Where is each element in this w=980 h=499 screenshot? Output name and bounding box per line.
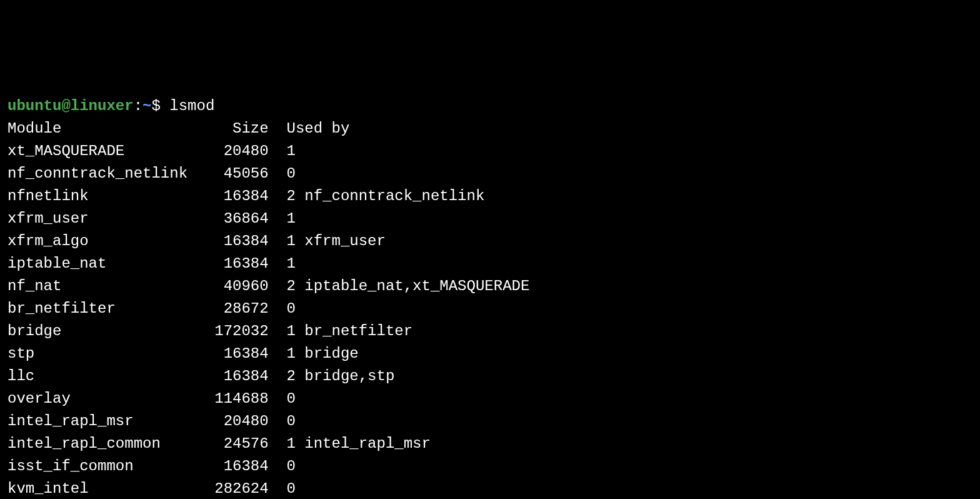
terminal-output[interactable]: ubuntu@linuxer:~$ lsmodModule Size Used …: [8, 95, 972, 499]
module-row: nfnetlink 16384 2 nf_conntrack_netlink: [8, 185, 972, 208]
module-row: xfrm_algo 16384 1 xfrm_user: [8, 230, 972, 253]
module-row: stp 16384 1 bridge: [8, 343, 972, 365]
module-row: kvm_intel 282624 0: [8, 478, 972, 499]
module-row: intel_rapl_common 24576 1 intel_rapl_msr: [8, 433, 972, 455]
prompt-path: ~: [142, 98, 151, 114]
module-row: nf_nat 40960 2 iptable_nat,xt_MASQUERADE: [8, 275, 972, 298]
module-row: xfrm_user 36864 1: [8, 208, 972, 230]
prompt-line: ubuntu@linuxer:~$ lsmod: [8, 95, 972, 118]
header-row: Module Size Used by: [8, 118, 972, 140]
module-row: intel_rapl_msr 20480 0: [8, 410, 972, 433]
prompt-dollar: $: [151, 98, 160, 114]
module-row: bridge 172032 1 br_netfilter: [8, 320, 972, 343]
prompt-user: ubuntu@linuxer: [8, 98, 134, 114]
module-row: iptable_nat 16384 1: [8, 253, 972, 275]
module-row: br_netfilter 28672 0: [8, 298, 972, 320]
module-row: nf_conntrack_netlink 45056 0: [8, 163, 972, 185]
module-row: xt_MASQUERADE 20480 1: [8, 140, 972, 163]
module-row: overlay 114688 0: [8, 388, 972, 410]
prompt-colon: :: [134, 98, 142, 114]
module-row: isst_if_common 16384 0: [8, 455, 972, 478]
command-text: lsmod: [169, 98, 214, 114]
module-row: llc 16384 2 bridge,stp: [8, 365, 972, 388]
